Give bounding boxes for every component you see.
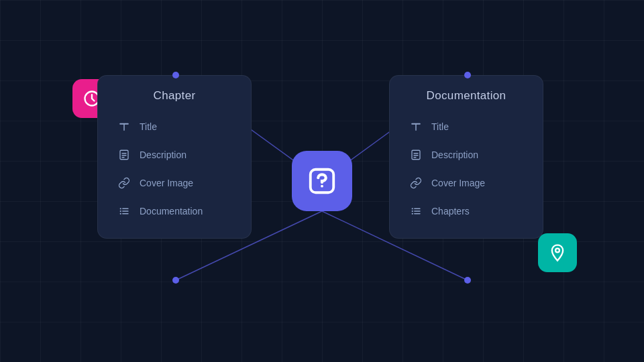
doc-field-cover-image: Cover Image xyxy=(402,170,531,196)
text-icon xyxy=(117,119,131,134)
svg-point-31 xyxy=(555,249,559,253)
dot-doc-bottom xyxy=(464,277,471,284)
link-icon-2 xyxy=(409,176,423,190)
documentation-node: Documentation Title Description xyxy=(389,75,543,239)
doc-icon-2 xyxy=(409,147,423,162)
svg-point-18 xyxy=(321,185,323,188)
file-question-icon xyxy=(307,166,337,196)
location-pin-icon xyxy=(548,243,567,262)
doc-icon xyxy=(117,147,131,162)
text-icon-2 xyxy=(409,119,423,134)
documentation-node-title: Documentation xyxy=(402,89,531,103)
svg-point-16 xyxy=(120,213,121,215)
chapter-node: Chapter Title Description xyxy=(97,75,252,239)
chapter-field-documentation: Documentation xyxy=(110,198,239,225)
link-icon xyxy=(117,176,131,190)
dot-chapter-bottom xyxy=(172,277,179,284)
svg-point-14 xyxy=(120,208,121,209)
dot-doc-top xyxy=(464,72,471,78)
svg-point-30 xyxy=(412,213,413,215)
svg-point-28 xyxy=(412,208,413,209)
list-icon xyxy=(117,204,131,219)
doc-field-description: Description xyxy=(402,141,531,168)
chapter-field-title: Title xyxy=(110,113,239,140)
chapter-field-description: Description xyxy=(110,141,239,168)
svg-rect-21 xyxy=(412,150,420,160)
svg-rect-7 xyxy=(120,150,128,160)
chapter-node-title: Chapter xyxy=(110,89,239,103)
svg-point-15 xyxy=(120,210,121,212)
dot-chapter-top xyxy=(172,72,179,78)
location-badge xyxy=(538,233,577,272)
canvas: Chapter Title Description xyxy=(0,0,644,362)
chapter-field-cover-image: Cover Image xyxy=(110,170,239,196)
center-connector-icon xyxy=(292,151,352,211)
list-icon-2 xyxy=(409,204,423,219)
svg-point-29 xyxy=(412,210,413,212)
doc-field-title: Title xyxy=(402,113,531,140)
doc-field-chapters: Chapters xyxy=(402,198,531,225)
